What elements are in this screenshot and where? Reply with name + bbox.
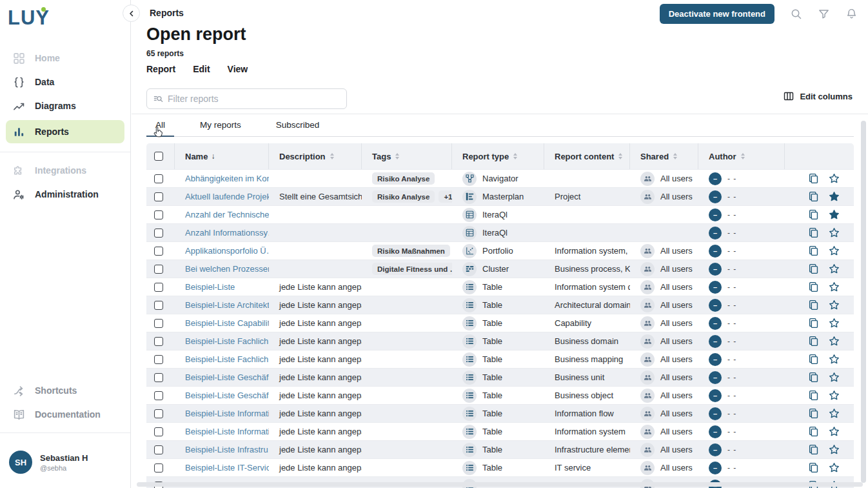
- select-all-checkbox[interactable]: [154, 152, 163, 161]
- favorite-star-filled-icon[interactable]: [829, 191, 840, 202]
- report-name-link[interactable]: Anzahl der Technische…: [185, 210, 269, 219]
- row-checkbox[interactable]: [154, 409, 163, 418]
- sidebar-item-documentation[interactable]: Documentation: [6, 405, 124, 424]
- copy-report-icon[interactable]: [808, 263, 819, 274]
- favorite-star-icon[interactable]: [829, 462, 840, 473]
- report-name-link[interactable]: Beispiel-Liste Geschäft…: [185, 391, 269, 400]
- row-checkbox[interactable]: [154, 319, 163, 328]
- row-checkbox[interactable]: [154, 174, 163, 183]
- report-name-link[interactable]: Aktuell laufende Projek…: [185, 192, 269, 201]
- luy-logo[interactable]: LUY: [8, 6, 50, 30]
- favorite-star-icon[interactable]: [829, 245, 840, 256]
- report-name-link[interactable]: Beispiel-Liste Infrastru…: [185, 445, 269, 454]
- column-header-report-type[interactable]: Report type: [452, 143, 544, 169]
- vertical-scrollbar[interactable]: [861, 121, 866, 483]
- row-checkbox[interactable]: [154, 229, 163, 238]
- column-header-author[interactable]: Author: [698, 143, 785, 169]
- report-name-link[interactable]: Beispiel-Liste Capability: [185, 318, 269, 328]
- sidebar-item-data[interactable]: Data: [6, 72, 124, 92]
- report-name-link[interactable]: Beispiel-Liste Architekt…: [185, 300, 269, 310]
- sidebar-item-administration[interactable]: Administration: [6, 185, 124, 204]
- row-checkbox[interactable]: [154, 373, 163, 382]
- favorite-star-icon[interactable]: [829, 227, 840, 238]
- report-name-link[interactable]: Bei welchen Prozessen…: [185, 264, 269, 274]
- horizontal-scrollbar[interactable]: [137, 482, 863, 487]
- favorite-star-icon[interactable]: [829, 318, 840, 329]
- column-header-shared[interactable]: Shared: [630, 143, 698, 169]
- user-profile[interactable]: SH Sebastian H @sebha: [0, 442, 130, 488]
- search-icon[interactable]: [790, 8, 802, 20]
- filter-icon[interactable]: [818, 8, 830, 20]
- report-name-link[interactable]: Beispiel-Liste Geschäft…: [185, 372, 269, 382]
- menu-view[interactable]: View: [228, 64, 248, 74]
- favorite-star-icon[interactable]: [829, 300, 840, 310]
- report-name-link[interactable]: Beispiel-Liste Informati…: [185, 427, 269, 436]
- sidebar-item-home[interactable]: Home: [6, 48, 124, 68]
- menu-report[interactable]: Report: [146, 64, 175, 74]
- sidebar-item-integrations[interactable]: Integrations: [6, 161, 124, 180]
- report-name-link[interactable]: Applikationsporfolio Ü…: [185, 246, 269, 256]
- copy-report-icon[interactable]: [808, 372, 819, 383]
- row-checkbox[interactable]: [154, 463, 163, 473]
- copy-report-icon[interactable]: [808, 191, 819, 202]
- row-checkbox[interactable]: [154, 192, 163, 201]
- favorite-star-icon[interactable]: [829, 336, 840, 347]
- row-checkbox[interactable]: [154, 391, 163, 400]
- report-name-link[interactable]: Abhängigkeiten im Kon…: [185, 174, 269, 183]
- copy-report-icon[interactable]: [808, 426, 819, 437]
- favorite-star-icon[interactable]: [829, 372, 840, 383]
- row-checkbox[interactable]: [154, 265, 163, 274]
- tab-my-reports[interactable]: My reports: [191, 117, 250, 136]
- report-name-link[interactable]: Anzahl Informationssy…: [185, 228, 269, 238]
- favorite-star-icon[interactable]: [829, 173, 840, 184]
- row-checkbox[interactable]: [154, 283, 163, 292]
- favorite-star-filled-icon[interactable]: [829, 209, 840, 220]
- favorite-star-icon[interactable]: [829, 426, 840, 437]
- row-checkbox[interactable]: [154, 247, 163, 256]
- row-checkbox[interactable]: [154, 210, 163, 219]
- report-name-link[interactable]: Beispiel-Liste IT-Servic…: [185, 463, 269, 473]
- report-name-link[interactable]: Beispiel-Liste: [185, 282, 235, 292]
- menu-edit[interactable]: Edit: [193, 64, 210, 74]
- copy-report-icon[interactable]: [808, 245, 819, 256]
- bell-icon[interactable]: [845, 8, 858, 20]
- column-header-name[interactable]: Name↓: [175, 143, 269, 169]
- copy-report-icon[interactable]: [808, 336, 819, 347]
- copy-report-icon[interactable]: [808, 209, 819, 220]
- copy-report-icon[interactable]: [808, 390, 819, 401]
- favorite-star-icon[interactable]: [829, 444, 840, 455]
- report-name-link[interactable]: Beispiel-Liste Informati…: [185, 409, 269, 418]
- sidebar-collapse-button[interactable]: [123, 5, 140, 22]
- copy-report-icon[interactable]: [808, 462, 819, 473]
- favorite-star-icon[interactable]: [829, 390, 840, 401]
- favorite-star-icon[interactable]: [829, 263, 840, 274]
- column-header-description[interactable]: Description: [269, 143, 362, 169]
- tab-all[interactable]: All: [146, 117, 174, 137]
- report-name-link[interactable]: Beispiel-Liste Fachlich…: [185, 354, 269, 364]
- edit-columns-button[interactable]: Edit columns: [784, 91, 853, 101]
- tag-more-chip[interactable]: +1: [439, 190, 452, 203]
- report-name-link[interactable]: Beispiel-Liste Fachlich…: [185, 336, 269, 346]
- copy-report-icon[interactable]: [808, 173, 819, 184]
- deactivate-new-frontend-button[interactable]: Deactivate new frontend: [660, 4, 774, 24]
- column-header-tags[interactable]: Tags: [362, 143, 452, 169]
- sidebar-item-diagrams[interactable]: Diagrams: [6, 96, 124, 116]
- copy-report-icon[interactable]: [808, 300, 819, 310]
- row-checkbox[interactable]: [154, 427, 163, 436]
- filter-reports-input[interactable]: [168, 94, 340, 104]
- tab-subscribed[interactable]: Subscribed: [267, 117, 329, 136]
- copy-report-icon[interactable]: [808, 281, 819, 292]
- copy-report-icon[interactable]: [808, 227, 819, 238]
- favorite-star-icon[interactable]: [829, 354, 840, 365]
- sidebar-item-reports[interactable]: Reports: [6, 120, 124, 143]
- row-checkbox[interactable]: [154, 355, 163, 364]
- favorite-star-icon[interactable]: [829, 408, 840, 419]
- copy-report-icon[interactable]: [808, 354, 819, 365]
- copy-report-icon[interactable]: [808, 444, 819, 455]
- sidebar-item-shortcuts[interactable]: Shortcuts: [6, 381, 124, 400]
- copy-report-icon[interactable]: [808, 408, 819, 419]
- favorite-star-icon[interactable]: [829, 281, 840, 292]
- row-checkbox[interactable]: [154, 337, 163, 346]
- row-checkbox[interactable]: [154, 445, 163, 454]
- copy-report-icon[interactable]: [808, 318, 819, 329]
